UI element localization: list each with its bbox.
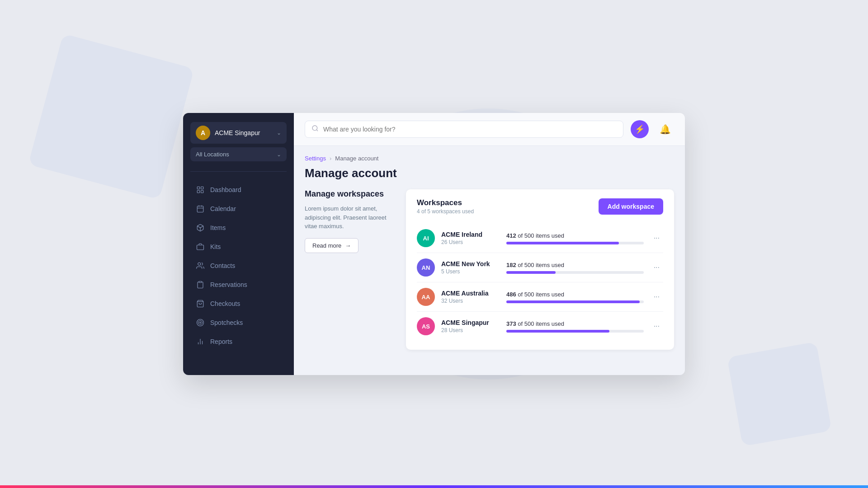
svg-point-14: [198, 321, 203, 325]
account-button[interactable]: A ACME Singapur ⌄: [190, 122, 287, 144]
svg-rect-11: [199, 282, 202, 283]
workspace-name: ACME Singapur: [441, 319, 500, 326]
workspace-avatar: AA: [417, 288, 435, 306]
checkouts-icon: [196, 299, 205, 308]
sidebar-item-spotchecks[interactable]: Spotchecks: [187, 314, 290, 332]
lightning-icon: ⚡: [635, 124, 645, 134]
account-name: ACME Singapur: [215, 129, 272, 136]
page-body: Settings › Manage account Manage account…: [294, 146, 685, 375]
workspace-users: 28 Users: [441, 327, 500, 333]
workspace-usage: 182 of 500 items used: [506, 262, 644, 274]
workspace-usage-text: 486 of 500 items used: [506, 291, 644, 298]
sidebar-item-label: Checkouts: [210, 300, 240, 307]
svg-rect-2: [197, 191, 199, 193]
bar-chart-icon: [196, 337, 205, 346]
sidebar-item-label: Items: [210, 224, 226, 231]
box-icon: [196, 223, 205, 232]
sidebar-item-reports[interactable]: Reports: [187, 333, 290, 351]
progress-bar-fill: [506, 300, 640, 303]
notifications-button[interactable]: 🔔: [656, 120, 674, 138]
workspace-users: 32 Users: [441, 298, 500, 304]
read-more-button[interactable]: Read more →: [305, 238, 359, 253]
calendar-icon: [196, 204, 205, 213]
svg-point-13: [197, 319, 204, 326]
add-workspace-button[interactable]: Add workspace: [599, 198, 663, 215]
progress-bar-background: [506, 242, 644, 244]
sidebar-item-contacts[interactable]: Contacts: [187, 257, 290, 275]
arrow-icon: →: [345, 242, 351, 249]
bell-icon: 🔔: [660, 124, 671, 135]
workspace-users: 5 Users: [441, 268, 500, 275]
workspace-name: ACME New York: [441, 260, 500, 267]
header: ⚡ 🔔: [294, 113, 685, 146]
lightning-button[interactable]: ⚡: [631, 120, 649, 138]
breadcrumb: Settings › Manage account: [305, 155, 674, 162]
workspace-usage: 373 of 500 items used: [506, 320, 644, 333]
sidebar-item-label: Kits: [210, 243, 221, 250]
workspaces-list: AI ACME Ireland 26 Users 412 of 500 item…: [417, 224, 663, 341]
left-panel: Manage workspaces Lorem ipsum dolor sit …: [305, 189, 395, 350]
workspace-info: ACME Australia 32 Users: [441, 290, 500, 304]
workspace-usage-text: 373 of 500 items used: [506, 320, 644, 327]
workspace-more-button[interactable]: ···: [650, 262, 663, 273]
workspace-usage-text: 412 of 500 items used: [506, 232, 644, 239]
workspace-avatar: AS: [417, 317, 435, 335]
breadcrumb-current: Manage account: [335, 155, 378, 162]
workspace-more-button[interactable]: ···: [650, 291, 663, 303]
svg-rect-4: [197, 206, 203, 212]
svg-rect-0: [197, 187, 199, 189]
workspace-usage: 486 of 500 items used: [506, 291, 644, 303]
content-layout: Manage workspaces Lorem ipsum dolor sit …: [305, 189, 674, 350]
bg-decoration-square-2: [727, 342, 832, 446]
progress-bar-background: [506, 271, 644, 274]
workspace-avatar: AI: [417, 229, 435, 247]
workspace-item: AI ACME Ireland 26 Users 412 of 500 item…: [417, 224, 663, 253]
users-icon: [196, 261, 205, 270]
kits-icon: [196, 242, 205, 251]
sidebar: A ACME Singapur ⌄ All Locations ⌄ Dashbo…: [183, 113, 294, 375]
workspace-more-button[interactable]: ···: [650, 320, 663, 332]
chevron-down-icon: ⌄: [277, 130, 281, 136]
sidebar-divider: [190, 171, 287, 172]
svg-rect-9: [197, 245, 204, 250]
locations-label: All Locations: [196, 151, 229, 158]
search-input[interactable]: [323, 126, 617, 133]
sidebar-item-label: Calendar: [210, 205, 236, 212]
svg-point-15: [200, 322, 201, 324]
bottom-bar: [0, 485, 868, 488]
target-icon: [196, 318, 205, 327]
progress-bar-fill: [506, 271, 556, 274]
sidebar-nav: Dashboard Calendar Items Kits: [183, 176, 294, 375]
progress-bar-background: [506, 330, 644, 333]
progress-bar-background: [506, 300, 644, 303]
svg-rect-3: [201, 191, 203, 193]
sidebar-item-items[interactable]: Items: [187, 219, 290, 237]
workspace-avatar: AN: [417, 258, 435, 277]
sidebar-item-calendar[interactable]: Calendar: [187, 200, 290, 218]
sidebar-item-kits[interactable]: Kits: [187, 238, 290, 256]
chevron-down-icon: ⌄: [277, 151, 281, 158]
sidebar-item-label: Spotchecks: [210, 319, 243, 326]
workspace-info: ACME Singapur 28 Users: [441, 319, 500, 333]
clipboard-icon: [196, 280, 205, 289]
sidebar-item-checkouts[interactable]: Checkouts: [187, 295, 290, 313]
manage-workspaces-description: Lorem ipsum dolor sit amet, adipiscing e…: [305, 204, 395, 231]
locations-button[interactable]: All Locations ⌄: [190, 147, 287, 161]
progress-bar-fill: [506, 330, 609, 333]
workspace-info: ACME Ireland 26 Users: [441, 231, 500, 245]
app-window: A ACME Singapur ⌄ All Locations ⌄ Dashbo…: [183, 113, 685, 375]
sidebar-item-dashboard[interactable]: Dashboard: [187, 181, 290, 199]
avatar: A: [196, 126, 210, 140]
workspace-more-button[interactable]: ···: [650, 232, 663, 244]
breadcrumb-settings-link[interactable]: Settings: [305, 155, 326, 162]
main-content: ⚡ 🔔 Settings › Manage account Manage acc…: [294, 113, 685, 375]
workspaces-card: Workspaces 4 of 5 workspaces used Add wo…: [406, 189, 674, 350]
workspace-users: 26 Users: [441, 239, 500, 245]
workspaces-title: Workspaces: [417, 198, 474, 207]
sidebar-item-label: Contacts: [210, 262, 235, 269]
card-title-group: Workspaces 4 of 5 workspaces used: [417, 198, 474, 215]
workspace-item: AS ACME Singapur 28 Users 373 of 500 ite…: [417, 312, 663, 341]
svg-point-19: [312, 126, 317, 131]
workspace-name: ACME Ireland: [441, 231, 500, 238]
sidebar-item-reservations[interactable]: Reservations: [187, 276, 290, 294]
